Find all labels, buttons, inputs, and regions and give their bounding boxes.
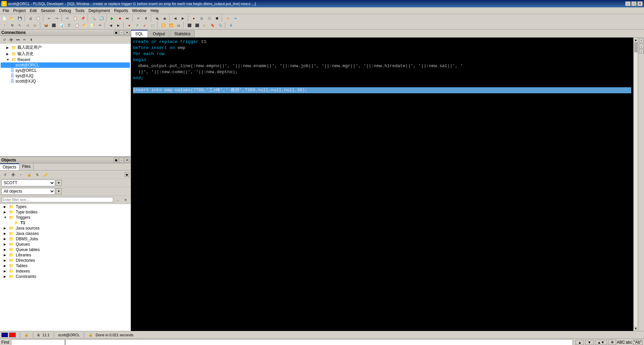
obj-sort-btn[interactable]: ⇅: [34, 171, 41, 178]
undo-btn[interactable]: ↩: [45, 15, 53, 21]
redo-btn[interactable]: ↪: [53, 15, 60, 21]
tb2-17[interactable]: ↙: [141, 22, 148, 29]
obj-list-item[interactable]: ▶📁DBMS_Jobs: [0, 236, 131, 242]
menu-item-deployment[interactable]: Deployment: [86, 8, 112, 14]
menu-item-edit[interactable]: Edit: [28, 8, 39, 14]
minimize-button[interactable]: ─: [625, 1, 631, 6]
obj-list-item[interactable]: ▶📁Type bodies: [0, 209, 131, 215]
tb2-3[interactable]: ↖: [16, 22, 24, 29]
obj-list-item[interactable]: ▶📁Java classes: [0, 231, 131, 236]
menu-item-window[interactable]: Window: [130, 8, 149, 14]
tb2-8[interactable]: 📊: [58, 22, 65, 29]
obj-lock-btn[interactable]: 🔒: [26, 171, 33, 178]
tb2-15[interactable]: ●: [126, 22, 133, 29]
tb2-trans[interactable]: 🔀: [159, 22, 167, 29]
obj-list-item[interactable]: ▶📁Queue tables: [0, 247, 131, 252]
obj-list-item[interactable]: ▼📁Triggers: [0, 215, 131, 220]
menu-item-reports[interactable]: Reports: [112, 8, 130, 14]
tb2-6[interactable]: 📦: [42, 22, 50, 29]
connect-btn[interactable]: 🔌: [153, 15, 160, 21]
tb2-4[interactable]: ◁: [24, 22, 31, 29]
conn-tree-item[interactable]: 🗄 sys@ORCL: [1, 68, 130, 73]
conn-pin-btn[interactable]: ▣: [114, 30, 119, 35]
conn-tree-item[interactable]: 🗄 scott@ORCL: [1, 62, 130, 68]
tb2-2[interactable]: ⚙: [8, 22, 16, 29]
tb2-18[interactable]: ⬚: [149, 22, 156, 29]
nav-right-btn[interactable]: ▶: [179, 15, 187, 21]
tb2-red1[interactable]: ⬛: [186, 22, 193, 29]
scroll-thumb[interactable]: [634, 42, 638, 52]
conn-up-btn[interactable]: ⬆: [28, 37, 34, 43]
find-input[interactable]: [11, 339, 65, 345]
tb2-14[interactable]: ▶: [115, 22, 122, 29]
find-next-btn[interactable]: ▼: [585, 340, 594, 345]
conn-min-btn[interactable]: ─: [119, 30, 124, 35]
tb2-13[interactable]: ◀: [107, 22, 114, 29]
open-btn[interactable]: 📂: [8, 15, 16, 21]
obj-list-item[interactable]: ▶📁Constraints: [0, 274, 131, 279]
menu-item-project[interactable]: Project: [11, 8, 28, 14]
tb2-19[interactable]: 📶: [167, 22, 175, 29]
menu-item-tools[interactable]: Tools: [73, 8, 86, 14]
mini-btn-2[interactable]: -: [639, 44, 644, 48]
obj-panel-btn[interactable]: ▣: [125, 172, 129, 177]
cut-btn[interactable]: ✂: [64, 15, 71, 21]
step-btn[interactable]: ⏭: [124, 15, 131, 21]
all-objects-select[interactable]: All objects: [1, 188, 55, 195]
scroll-down-btn[interactable]: ▼: [634, 326, 638, 331]
obj-remove-btn[interactable]: ─: [17, 171, 25, 178]
run-btn[interactable]: ▶: [108, 15, 116, 21]
tb2-info[interactable]: ℹ: [227, 22, 235, 29]
tab-objects[interactable]: Objects: [0, 163, 19, 170]
debug4-btn[interactable]: ⬢: [213, 15, 221, 21]
stop-btn[interactable]: ■: [116, 15, 124, 21]
conn-tree-item[interactable]: 🗄 scott@XJQ: [1, 79, 130, 84]
filter-input[interactable]: [1, 197, 113, 202]
obj-min-btn[interactable]: ─: [119, 158, 124, 162]
disconnect-btn[interactable]: ⏏: [161, 15, 168, 21]
obj-filter-btn[interactable]: 🔑: [42, 171, 49, 178]
find-results-area[interactable]: [65, 339, 573, 345]
menu-item-session[interactable]: Session: [39, 8, 57, 14]
tb2-21[interactable]: 🔖: [209, 22, 216, 29]
tb2-1[interactable]: ↑: [1, 22, 8, 29]
obj-list-item[interactable]: ▶📁Libraries: [0, 252, 131, 258]
find-opts-btn[interactable]: ▲▼: [595, 340, 607, 345]
debug3-btn[interactable]: ⬡: [205, 15, 213, 21]
obj-list-item[interactable]: ▶📁Queues: [0, 242, 131, 247]
nav-left-btn[interactable]: ◀: [172, 15, 179, 21]
tb2-22[interactable]: 📎: [217, 22, 224, 29]
save-btn[interactable]: 💾: [16, 15, 24, 21]
tab-output[interactable]: Output: [148, 30, 169, 37]
obj-refresh-btn[interactable]: ↺: [1, 171, 9, 178]
tab-statistics[interactable]: Statistics: [170, 30, 195, 37]
conn-refresh-btn[interactable]: ↺: [1, 37, 7, 43]
debug2-btn[interactable]: ◎: [198, 15, 205, 21]
find-close-btn[interactable]: ⊕: [608, 339, 616, 345]
conn-tree-item[interactable]: 🗄 sys@XJQ: [1, 73, 130, 79]
schema-select[interactable]: SCOTT: [1, 180, 55, 186]
paste-btn[interactable]: 📌: [79, 15, 87, 21]
obj-list-item[interactable]: ▶📁Tables: [0, 263, 131, 268]
find-prev-btn[interactable]: ▲: [576, 340, 584, 345]
conn-remove-btn[interactable]: ➖: [15, 37, 21, 43]
sql-editor[interactable]: create or replace trigger t1before inser…: [131, 38, 633, 331]
obj-list-item[interactable]: ⚡T1: [0, 220, 131, 226]
tb2-red3[interactable]: ▷: [201, 22, 209, 29]
filter-clear-btn[interactable]: ✕: [122, 196, 129, 203]
filter-options-btn[interactable]: …: [114, 196, 121, 203]
debug-btn[interactable]: ●: [190, 15, 197, 21]
obj-list-item[interactable]: ▶📁Indexes: [0, 268, 131, 274]
menu-item-file[interactable]: File: [1, 8, 11, 14]
obj-list-item[interactable]: ▶📁Directories: [0, 258, 131, 263]
tb2-10[interactable]: 📋: [73, 22, 81, 29]
tb2-7[interactable]: ⬛: [50, 22, 57, 29]
obj-add-btn[interactable]: ➕: [9, 171, 17, 178]
conn-tree-item[interactable]: ▼📁 Recent: [1, 57, 130, 62]
conn-close-btn[interactable]: ✕: [125, 30, 129, 35]
tb2-20[interactable]: 🗂: [175, 22, 182, 29]
tb2-9[interactable]: 🗒: [65, 22, 73, 29]
tb2-5[interactable]: ▷: [32, 22, 39, 29]
tb2-12[interactable]: 📝: [89, 22, 96, 29]
tb2-16[interactable]: ↗: [133, 22, 141, 29]
